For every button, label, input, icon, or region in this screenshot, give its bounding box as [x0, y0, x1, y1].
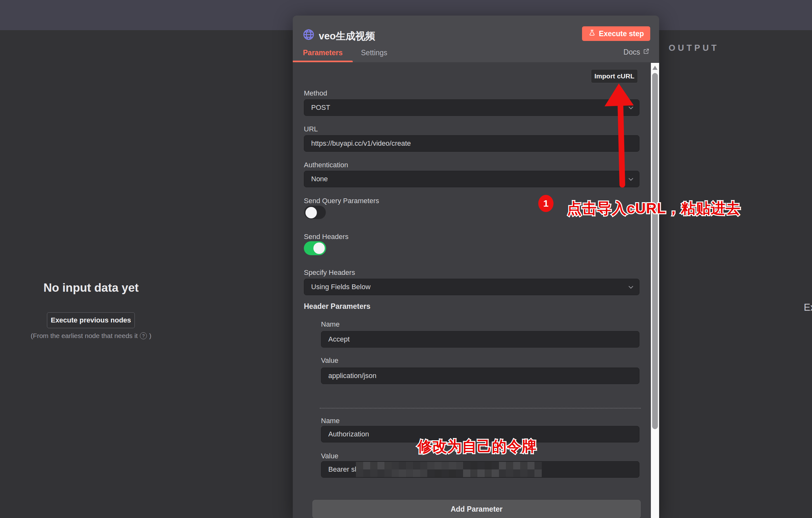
tab-settings[interactable]: Settings	[361, 49, 387, 57]
param-name-label: Name	[321, 320, 340, 328]
authentication-select[interactable]: None	[304, 171, 639, 187]
specify-headers-select[interactable]: Using Fields Below	[304, 279, 639, 295]
chevron-down-icon	[627, 283, 635, 291]
execute-step-button[interactable]: Execute step	[582, 26, 650, 41]
toggle-knob	[313, 243, 325, 254]
execute-previous-nodes-button[interactable]: Execute previous nodes	[47, 312, 135, 328]
external-link-icon	[643, 48, 649, 56]
param-value-label: Value	[321, 356, 339, 365]
method-select[interactable]: POST	[304, 99, 639, 116]
specify-headers-label: Specify Headers	[304, 269, 355, 277]
annotation-step-badge: 1	[538, 195, 553, 212]
execute-step-label: Execute step	[599, 29, 644, 38]
method-value: POST	[311, 104, 330, 112]
send-headers-toggle[interactable]	[304, 241, 326, 255]
header-parameters-section-label: Header Parameters	[304, 302, 371, 311]
output-panel-title: OUTPUT	[669, 43, 719, 53]
param-value-value: application/json	[328, 372, 377, 380]
toggle-knob	[306, 207, 317, 218]
node-title: veo生成视频	[319, 29, 375, 43]
input-note-suffix: )	[149, 332, 151, 339]
url-value: https://buyapi.cc/v1/video/create	[311, 139, 411, 147]
annotation-token-note: 修改为自己的令牌	[417, 437, 537, 457]
scrollbar-up-arrow-icon[interactable]	[652, 66, 658, 70]
app-canvas: No input data yet Execute previous nodes…	[0, 0, 812, 518]
annotation-arrow-icon	[600, 81, 641, 190]
tab-parameters[interactable]: Parameters	[303, 49, 343, 57]
input-note: (From the earliest node that needs it ? …	[24, 332, 157, 339]
annotation-import-note: 点击导入cURL，粘贴进去	[567, 199, 741, 218]
authentication-value: None	[311, 175, 328, 183]
globe-icon	[302, 28, 315, 41]
input-note-text: (From the earliest node that needs it	[31, 332, 138, 339]
param-name-value: Accept	[328, 335, 350, 344]
input-empty-title: No input data yet	[37, 281, 145, 295]
authentication-label: Authentication	[304, 161, 348, 169]
url-label: URL	[304, 125, 318, 133]
param-value-input[interactable]: application/json	[321, 367, 639, 384]
send-headers-label: Send Headers	[304, 233, 349, 241]
send-query-parameters-label: Send Query Parameters	[304, 197, 379, 205]
modal-header: veo生成视频 Execute step Parameters Settings…	[293, 16, 659, 62]
parameter-divider	[320, 408, 641, 409]
redacted-token-mosaic	[356, 462, 542, 477]
param-value-label: Value	[321, 452, 339, 460]
url-input[interactable]: https://buyapi.cc/v1/video/create	[304, 135, 639, 152]
param-name-label: Name	[321, 417, 340, 425]
specify-headers-value: Using Fields Below	[311, 283, 371, 291]
add-parameter-button[interactable]: Add Parameter	[313, 500, 641, 518]
active-tab-underline	[293, 61, 353, 62]
output-clipped-text: Ex	[804, 302, 812, 313]
docs-label: Docs	[624, 48, 640, 56]
flask-icon	[588, 29, 596, 38]
send-query-parameters-toggle[interactable]	[304, 206, 326, 219]
param-value-value: Bearer sk	[328, 465, 358, 473]
help-icon[interactable]: ?	[140, 332, 147, 339]
docs-link[interactable]: Docs	[624, 48, 649, 56]
param-name-input[interactable]: Accept	[321, 331, 639, 348]
method-label: Method	[304, 89, 327, 98]
param-name-value: Authorization	[328, 430, 369, 438]
scrollbar-thumb[interactable]	[652, 73, 658, 429]
